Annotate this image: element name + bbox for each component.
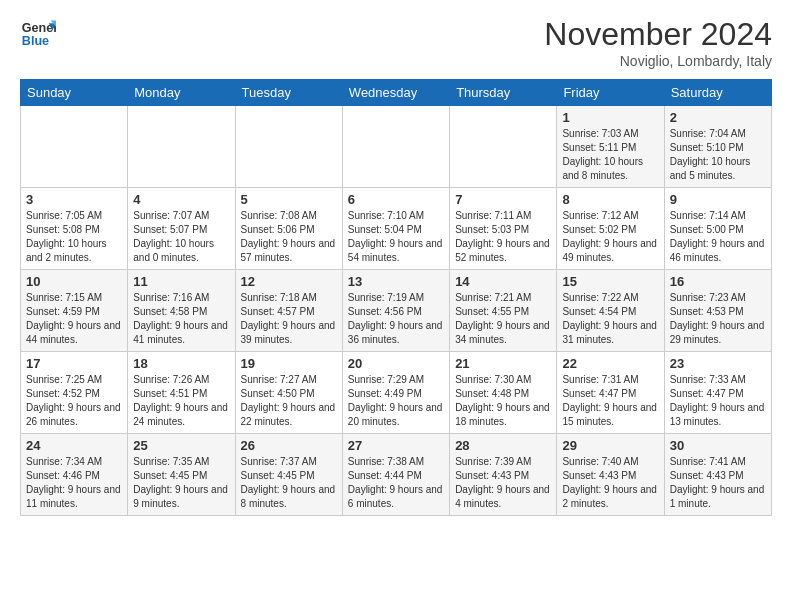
day-number: 17	[26, 356, 122, 371]
day-number: 15	[562, 274, 658, 289]
week-row-2: 3Sunrise: 7:05 AM Sunset: 5:08 PM Daylig…	[21, 188, 772, 270]
calendar-cell: 2Sunrise: 7:04 AM Sunset: 5:10 PM Daylig…	[664, 106, 771, 188]
calendar-cell: 25Sunrise: 7:35 AM Sunset: 4:45 PM Dayli…	[128, 434, 235, 516]
day-number: 13	[348, 274, 444, 289]
day-info: Sunrise: 7:08 AM Sunset: 5:06 PM Dayligh…	[241, 209, 337, 265]
day-info: Sunrise: 7:35 AM Sunset: 4:45 PM Dayligh…	[133, 455, 229, 511]
location-subtitle: Noviglio, Lombardy, Italy	[544, 53, 772, 69]
day-number: 24	[26, 438, 122, 453]
day-number: 12	[241, 274, 337, 289]
day-number: 29	[562, 438, 658, 453]
calendar-cell: 1Sunrise: 7:03 AM Sunset: 5:11 PM Daylig…	[557, 106, 664, 188]
calendar-cell: 10Sunrise: 7:15 AM Sunset: 4:59 PM Dayli…	[21, 270, 128, 352]
day-number: 23	[670, 356, 766, 371]
day-number: 16	[670, 274, 766, 289]
page: General Blue November 2024 Noviglio, Lom…	[0, 0, 792, 526]
header-sunday: Sunday	[21, 80, 128, 106]
day-number: 14	[455, 274, 551, 289]
calendar-cell: 20Sunrise: 7:29 AM Sunset: 4:49 PM Dayli…	[342, 352, 449, 434]
calendar-cell	[342, 106, 449, 188]
calendar-cell: 13Sunrise: 7:19 AM Sunset: 4:56 PM Dayli…	[342, 270, 449, 352]
day-number: 7	[455, 192, 551, 207]
calendar-cell: 19Sunrise: 7:27 AM Sunset: 4:50 PM Dayli…	[235, 352, 342, 434]
day-info: Sunrise: 7:07 AM Sunset: 5:07 PM Dayligh…	[133, 209, 229, 265]
calendar-cell	[235, 106, 342, 188]
header-tuesday: Tuesday	[235, 80, 342, 106]
week-row-1: 1Sunrise: 7:03 AM Sunset: 5:11 PM Daylig…	[21, 106, 772, 188]
header-friday: Friday	[557, 80, 664, 106]
week-row-5: 24Sunrise: 7:34 AM Sunset: 4:46 PM Dayli…	[21, 434, 772, 516]
calendar-cell: 12Sunrise: 7:18 AM Sunset: 4:57 PM Dayli…	[235, 270, 342, 352]
calendar-cell: 14Sunrise: 7:21 AM Sunset: 4:55 PM Dayli…	[450, 270, 557, 352]
day-info: Sunrise: 7:19 AM Sunset: 4:56 PM Dayligh…	[348, 291, 444, 347]
day-number: 28	[455, 438, 551, 453]
day-info: Sunrise: 7:10 AM Sunset: 5:04 PM Dayligh…	[348, 209, 444, 265]
calendar-cell: 15Sunrise: 7:22 AM Sunset: 4:54 PM Dayli…	[557, 270, 664, 352]
calendar-cell: 23Sunrise: 7:33 AM Sunset: 4:47 PM Dayli…	[664, 352, 771, 434]
day-number: 9	[670, 192, 766, 207]
calendar-cell: 18Sunrise: 7:26 AM Sunset: 4:51 PM Dayli…	[128, 352, 235, 434]
day-number: 10	[26, 274, 122, 289]
week-row-4: 17Sunrise: 7:25 AM Sunset: 4:52 PM Dayli…	[21, 352, 772, 434]
calendar-cell: 29Sunrise: 7:40 AM Sunset: 4:43 PM Dayli…	[557, 434, 664, 516]
calendar-cell: 3Sunrise: 7:05 AM Sunset: 5:08 PM Daylig…	[21, 188, 128, 270]
day-number: 19	[241, 356, 337, 371]
day-info: Sunrise: 7:16 AM Sunset: 4:58 PM Dayligh…	[133, 291, 229, 347]
calendar-cell: 5Sunrise: 7:08 AM Sunset: 5:06 PM Daylig…	[235, 188, 342, 270]
day-number: 11	[133, 274, 229, 289]
day-info: Sunrise: 7:27 AM Sunset: 4:50 PM Dayligh…	[241, 373, 337, 429]
calendar-cell: 9Sunrise: 7:14 AM Sunset: 5:00 PM Daylig…	[664, 188, 771, 270]
day-info: Sunrise: 7:26 AM Sunset: 4:51 PM Dayligh…	[133, 373, 229, 429]
calendar-header-row: SundayMondayTuesdayWednesdayThursdayFrid…	[21, 80, 772, 106]
calendar-cell: 22Sunrise: 7:31 AM Sunset: 4:47 PM Dayli…	[557, 352, 664, 434]
day-number: 2	[670, 110, 766, 125]
calendar-cell	[21, 106, 128, 188]
day-info: Sunrise: 7:18 AM Sunset: 4:57 PM Dayligh…	[241, 291, 337, 347]
svg-text:Blue: Blue	[22, 34, 49, 48]
day-info: Sunrise: 7:12 AM Sunset: 5:02 PM Dayligh…	[562, 209, 658, 265]
calendar-cell: 6Sunrise: 7:10 AM Sunset: 5:04 PM Daylig…	[342, 188, 449, 270]
calendar-cell: 26Sunrise: 7:37 AM Sunset: 4:45 PM Dayli…	[235, 434, 342, 516]
day-info: Sunrise: 7:03 AM Sunset: 5:11 PM Dayligh…	[562, 127, 658, 183]
day-number: 3	[26, 192, 122, 207]
day-info: Sunrise: 7:34 AM Sunset: 4:46 PM Dayligh…	[26, 455, 122, 511]
day-info: Sunrise: 7:05 AM Sunset: 5:08 PM Dayligh…	[26, 209, 122, 265]
day-number: 6	[348, 192, 444, 207]
day-number: 1	[562, 110, 658, 125]
day-info: Sunrise: 7:11 AM Sunset: 5:03 PM Dayligh…	[455, 209, 551, 265]
day-info: Sunrise: 7:31 AM Sunset: 4:47 PM Dayligh…	[562, 373, 658, 429]
calendar-cell: 21Sunrise: 7:30 AM Sunset: 4:48 PM Dayli…	[450, 352, 557, 434]
day-info: Sunrise: 7:23 AM Sunset: 4:53 PM Dayligh…	[670, 291, 766, 347]
header-monday: Monday	[128, 80, 235, 106]
day-info: Sunrise: 7:38 AM Sunset: 4:44 PM Dayligh…	[348, 455, 444, 511]
day-number: 30	[670, 438, 766, 453]
day-number: 22	[562, 356, 658, 371]
calendar-cell: 7Sunrise: 7:11 AM Sunset: 5:03 PM Daylig…	[450, 188, 557, 270]
logo-icon: General Blue	[20, 16, 56, 52]
day-info: Sunrise: 7:22 AM Sunset: 4:54 PM Dayligh…	[562, 291, 658, 347]
header-thursday: Thursday	[450, 80, 557, 106]
day-info: Sunrise: 7:04 AM Sunset: 5:10 PM Dayligh…	[670, 127, 766, 183]
calendar-cell: 30Sunrise: 7:41 AM Sunset: 4:43 PM Dayli…	[664, 434, 771, 516]
day-number: 8	[562, 192, 658, 207]
header-wednesday: Wednesday	[342, 80, 449, 106]
day-number: 27	[348, 438, 444, 453]
day-number: 18	[133, 356, 229, 371]
calendar-cell: 11Sunrise: 7:16 AM Sunset: 4:58 PM Dayli…	[128, 270, 235, 352]
day-number: 20	[348, 356, 444, 371]
calendar-cell: 8Sunrise: 7:12 AM Sunset: 5:02 PM Daylig…	[557, 188, 664, 270]
day-info: Sunrise: 7:30 AM Sunset: 4:48 PM Dayligh…	[455, 373, 551, 429]
week-row-3: 10Sunrise: 7:15 AM Sunset: 4:59 PM Dayli…	[21, 270, 772, 352]
day-number: 21	[455, 356, 551, 371]
day-number: 26	[241, 438, 337, 453]
day-info: Sunrise: 7:14 AM Sunset: 5:00 PM Dayligh…	[670, 209, 766, 265]
day-info: Sunrise: 7:37 AM Sunset: 4:45 PM Dayligh…	[241, 455, 337, 511]
day-info: Sunrise: 7:25 AM Sunset: 4:52 PM Dayligh…	[26, 373, 122, 429]
day-info: Sunrise: 7:33 AM Sunset: 4:47 PM Dayligh…	[670, 373, 766, 429]
calendar-cell: 4Sunrise: 7:07 AM Sunset: 5:07 PM Daylig…	[128, 188, 235, 270]
calendar-table: SundayMondayTuesdayWednesdayThursdayFrid…	[20, 79, 772, 516]
day-number: 5	[241, 192, 337, 207]
calendar-cell: 28Sunrise: 7:39 AM Sunset: 4:43 PM Dayli…	[450, 434, 557, 516]
day-info: Sunrise: 7:21 AM Sunset: 4:55 PM Dayligh…	[455, 291, 551, 347]
day-number: 4	[133, 192, 229, 207]
